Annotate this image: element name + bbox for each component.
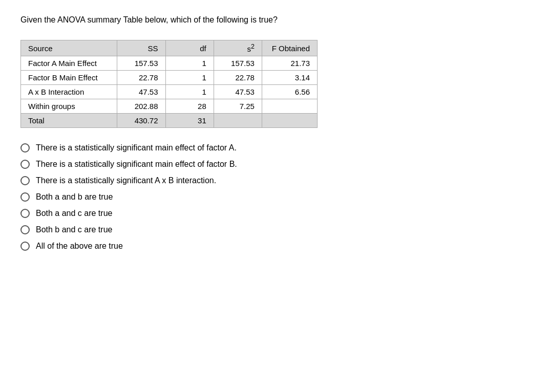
table-cell-4-2: 31	[165, 114, 214, 128]
table-row: Total430.7231	[21, 114, 318, 128]
table-cell-3-4	[262, 99, 317, 114]
table-cell-0-0: Factor A Main Effect	[21, 56, 117, 71]
table-cell-1-1: 22.78	[117, 71, 165, 85]
radio-circle-1[interactable]	[20, 160, 30, 169]
table-cell-4-4	[262, 114, 317, 128]
table-cell-3-3: 7.25	[214, 99, 262, 114]
header-f-obtained: F Obtained	[262, 40, 317, 56]
option-label-3: Both a and b are true	[36, 192, 113, 202]
table-cell-3-2: 28	[165, 99, 214, 114]
anova-table: Source SS df s2 F Obtained Factor A Main…	[20, 40, 318, 128]
table-cell-2-1: 47.53	[117, 85, 165, 99]
radio-circle-0[interactable]	[20, 143, 30, 153]
table-cell-4-0: Total	[21, 114, 117, 128]
option-label-6: All of the above are true	[36, 242, 123, 251]
header-ss: SS	[117, 40, 165, 56]
table-cell-0-2: 1	[165, 56, 214, 71]
table-row: Within groups202.88287.25	[21, 99, 318, 114]
anova-table-wrapper: Source SS df s2 F Obtained Factor A Main…	[20, 40, 528, 128]
option-label-4: Both a and c are true	[36, 209, 112, 218]
table-cell-1-3: 22.78	[214, 71, 262, 85]
table-cell-2-2: 1	[165, 85, 214, 99]
option-item-6[interactable]: All of the above are true	[20, 242, 528, 251]
option-item-1[interactable]: There is a statistically significant mai…	[20, 160, 528, 169]
table-row: Factor B Main Effect22.78122.783.14	[21, 71, 318, 85]
option-item-5[interactable]: Both b and c are true	[20, 225, 528, 234]
table-cell-0-4: 21.73	[262, 56, 317, 71]
table-cell-2-0: A x B Interaction	[21, 85, 117, 99]
option-label-2: There is a statistically significant A x…	[36, 176, 216, 185]
radio-circle-6[interactable]	[20, 242, 30, 251]
option-label-0: There is a statistically significant mai…	[36, 143, 237, 153]
answer-options-list: There is a statistically significant mai…	[20, 143, 528, 251]
table-cell-4-3	[214, 114, 262, 128]
table-cell-0-1: 157.53	[117, 56, 165, 71]
table-header-row: Source SS df s2 F Obtained	[21, 40, 318, 56]
table-cell-2-4: 6.56	[262, 85, 317, 99]
table-row: A x B Interaction47.53147.536.56	[21, 85, 318, 99]
option-item-0[interactable]: There is a statistically significant mai…	[20, 143, 528, 153]
table-cell-1-2: 1	[165, 71, 214, 85]
header-source: Source	[21, 40, 117, 56]
table-cell-1-4: 3.14	[262, 71, 317, 85]
radio-circle-5[interactable]	[20, 225, 30, 234]
table-cell-4-1: 430.72	[117, 114, 165, 128]
option-item-3[interactable]: Both a and b are true	[20, 192, 528, 202]
option-label-1: There is a statistically significant mai…	[36, 160, 237, 169]
table-cell-3-0: Within groups	[21, 99, 117, 114]
table-cell-3-1: 202.88	[117, 99, 165, 114]
question-text: Given the ANOVA summary Table below, whi…	[20, 15, 528, 25]
radio-circle-4[interactable]	[20, 209, 30, 218]
option-label-5: Both b and c are true	[36, 225, 112, 234]
radio-circle-3[interactable]	[20, 192, 30, 202]
table-cell-2-3: 47.53	[214, 85, 262, 99]
option-item-4[interactable]: Both a and c are true	[20, 209, 528, 218]
radio-circle-2[interactable]	[20, 176, 30, 185]
table-cell-0-3: 157.53	[214, 56, 262, 71]
header-s2: s2	[214, 40, 262, 56]
table-cell-1-0: Factor B Main Effect	[21, 71, 117, 85]
header-df: df	[165, 40, 214, 56]
option-item-2[interactable]: There is a statistically significant A x…	[20, 176, 528, 185]
table-row: Factor A Main Effect157.531157.5321.73	[21, 56, 318, 71]
